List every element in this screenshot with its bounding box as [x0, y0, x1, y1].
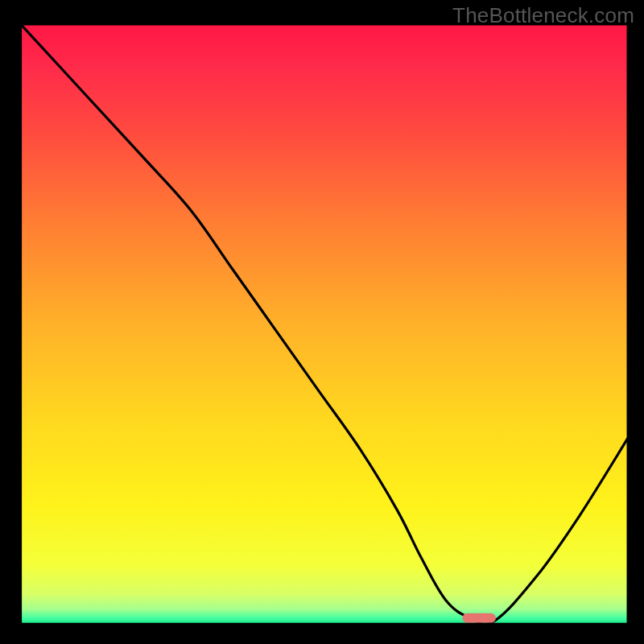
bottleneck-chart	[0, 0, 644, 644]
optimal-marker	[462, 613, 495, 623]
chart-container: TheBottleneck.com	[0, 0, 644, 644]
gradient-background	[21, 24, 628, 624]
watermark-text: TheBottleneck.com	[452, 3, 634, 28]
